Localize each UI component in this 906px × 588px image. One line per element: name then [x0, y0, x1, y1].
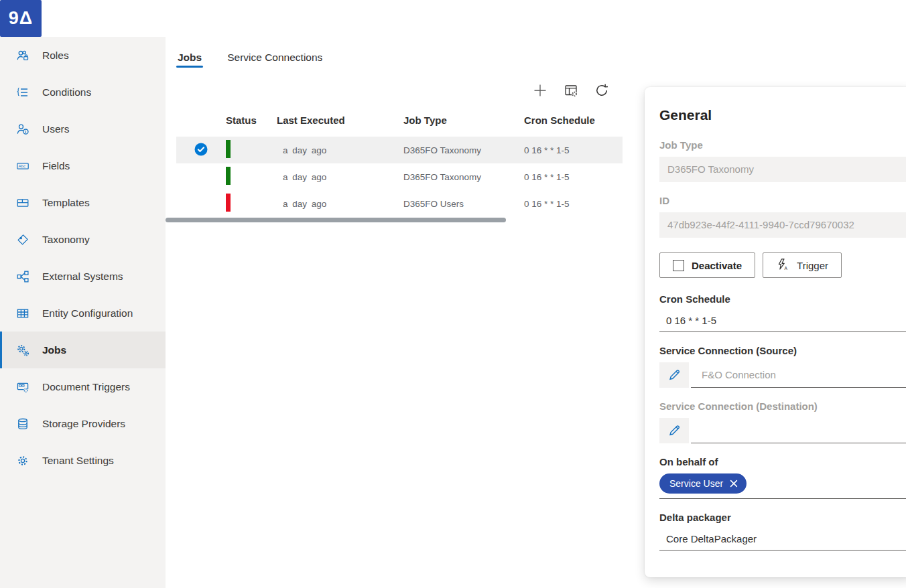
- service-connection-destination-label: Service Connection (Destination): [659, 400, 906, 412]
- on-behalf-of-label: On behalf of: [659, 456, 906, 467]
- status-indicator: [226, 194, 231, 212]
- trigger-button[interactable]: A Trigger: [763, 252, 842, 278]
- cell-cron: 0 16 * * 1-5: [524, 145, 623, 155]
- edit-destination-connection-button[interactable]: [659, 418, 689, 443]
- deactivate-label: Deactivate: [692, 260, 742, 271]
- taxonomy-icon: [16, 233, 29, 246]
- refresh-button[interactable]: [592, 81, 612, 101]
- job-type-field: D365FO Taxonomy: [659, 157, 906, 182]
- jobs-table: Status Last Executed Job Type Cron Sched…: [176, 106, 623, 217]
- cell-job-type: D365FO Taxonomy: [403, 145, 524, 155]
- cell-cron: 0 16 * * 1-5: [524, 172, 623, 182]
- conditions-icon: [16, 86, 29, 99]
- sidebar: Roles Conditions Users: [0, 37, 166, 588]
- cell-last-executed: a day ago: [277, 172, 403, 182]
- sidebar-item-label: Templates: [42, 197, 90, 209]
- fields-icon: Abc: [16, 159, 29, 173]
- cron-schedule-input[interactable]: 0 16 * * 1-5: [659, 311, 906, 332]
- sidebar-item-label: External Systems: [42, 271, 123, 283]
- table-toolbar: [176, 81, 612, 101]
- selected-check-icon[interactable]: [194, 142, 208, 159]
- svg-text:A: A: [785, 265, 788, 270]
- details-panel: General Job Type D365FO Taxonomy ID 47db…: [645, 87, 906, 577]
- document-triggers-icon: [16, 380, 29, 394]
- sidebar-item-jobs[interactable]: Jobs: [0, 332, 166, 368]
- cell-job-type: D365FO Users: [403, 199, 524, 209]
- sidebar-item-tenant-settings[interactable]: Tenant Settings: [0, 442, 166, 479]
- source-connection-value: F&O Connection: [691, 362, 906, 388]
- table-header: Status Last Executed Job Type Cron Sched…: [176, 106, 623, 137]
- cell-cron: 0 16 * * 1-5: [524, 199, 623, 209]
- tab-service-connections[interactable]: Service Connections: [226, 45, 324, 73]
- pencil-icon: [667, 423, 682, 439]
- cell-job-type: D365FO Taxonomy: [403, 172, 524, 182]
- table-row[interactable]: a day ago D365FO Taxonomy 0 16 * * 1-5: [176, 163, 623, 190]
- sidebar-item-label: Jobs: [42, 344, 66, 356]
- header-job-type[interactable]: Job Type: [403, 115, 524, 126]
- sidebar-item-taxonomy[interactable]: Taxonomy: [0, 221, 166, 258]
- chip-label: Service User: [669, 478, 723, 489]
- sidebar-item-conditions[interactable]: Conditions: [0, 74, 166, 111]
- status-indicator: [226, 140, 231, 158]
- chip-remove-icon[interactable]: [730, 480, 738, 488]
- roles-icon: [16, 49, 29, 62]
- sidebar-item-entity-configuration[interactable]: Entity Configuration: [0, 295, 166, 332]
- header-status[interactable]: Status: [226, 115, 277, 126]
- trigger-label: Trigger: [797, 260, 828, 271]
- sidebar-item-users[interactable]: Users: [0, 111, 166, 147]
- add-icon: [532, 82, 548, 100]
- destination-connection-value: [691, 418, 906, 443]
- pencil-icon: [667, 367, 682, 384]
- sidebar-item-label: Document Triggers: [42, 381, 130, 393]
- id-field: 47db923e-44f2-4111-9940-7ccd79670032: [659, 212, 906, 238]
- sidebar-item-external-systems[interactable]: External Systems: [0, 258, 166, 295]
- delta-packager-label: Delta packager: [659, 512, 906, 523]
- sidebar-item-label: Roles: [42, 50, 69, 62]
- sidebar-item-label: Tenant Settings: [42, 455, 114, 467]
- horizontal-scrollbar[interactable]: [166, 218, 506, 222]
- sidebar-item-label: Conditions: [42, 86, 91, 98]
- column-settings-button[interactable]: [561, 81, 581, 101]
- service-user-chip[interactable]: Service User: [659, 473, 747, 494]
- table-row[interactable]: a day ago D365FO Users 0 16 * * 1-5: [176, 190, 623, 217]
- sidebar-item-label: Taxonomy: [42, 234, 90, 246]
- storage-providers-icon: [16, 417, 29, 431]
- deactivate-button[interactable]: Deactivate: [659, 252, 755, 278]
- refresh-icon: [594, 82, 610, 100]
- status-indicator: [226, 167, 231, 185]
- templates-icon: [16, 196, 29, 210]
- service-connection-source-label: Service Connection (Source): [659, 345, 906, 356]
- edit-source-connection-button[interactable]: [659, 362, 689, 388]
- deactivate-checkbox: [673, 260, 684, 271]
- app-logo[interactable]: 9Δ: [0, 0, 42, 37]
- tab-bar: Jobs Service Connections: [176, 45, 906, 77]
- sidebar-item-document-triggers[interactable]: Document Triggers: [0, 368, 166, 405]
- sidebar-item-label: Users: [42, 123, 69, 135]
- jobs-icon: [16, 344, 29, 357]
- cron-schedule-label: Cron Schedule: [659, 293, 906, 305]
- header-last-executed[interactable]: Last Executed: [277, 115, 403, 126]
- tab-jobs[interactable]: Jobs: [176, 45, 203, 73]
- sidebar-item-label: Entity Configuration: [42, 307, 133, 319]
- entity-configuration-icon: [16, 307, 29, 320]
- sidebar-item-label: Storage Providers: [42, 418, 125, 430]
- top-bar: 9Δ: [0, 0, 906, 37]
- header-cron-schedule[interactable]: Cron Schedule: [524, 115, 623, 126]
- id-label: ID: [659, 195, 906, 206]
- external-systems-icon: [16, 270, 29, 283]
- users-icon: [16, 123, 29, 136]
- add-button[interactable]: [530, 81, 550, 101]
- svg-text:Abc: Abc: [19, 164, 25, 168]
- delta-packager-input[interactable]: Core DeltaPackager: [659, 529, 906, 550]
- flash-auto-icon: A: [776, 258, 789, 273]
- sidebar-item-storage-providers[interactable]: Storage Providers: [0, 405, 166, 442]
- cell-last-executed: a day ago: [277, 145, 403, 155]
- sidebar-item-roles[interactable]: Roles: [0, 37, 166, 74]
- sidebar-item-fields[interactable]: Abc Fields: [0, 147, 166, 184]
- column-settings-icon: [563, 82, 579, 100]
- job-type-label: Job Type: [659, 139, 906, 151]
- table-row[interactable]: a day ago D365FO Taxonomy 0 16 * * 1-5: [176, 137, 623, 163]
- sidebar-item-label: Fields: [42, 160, 70, 172]
- cell-last-executed: a day ago: [277, 199, 403, 209]
- sidebar-item-templates[interactable]: Templates: [0, 184, 166, 221]
